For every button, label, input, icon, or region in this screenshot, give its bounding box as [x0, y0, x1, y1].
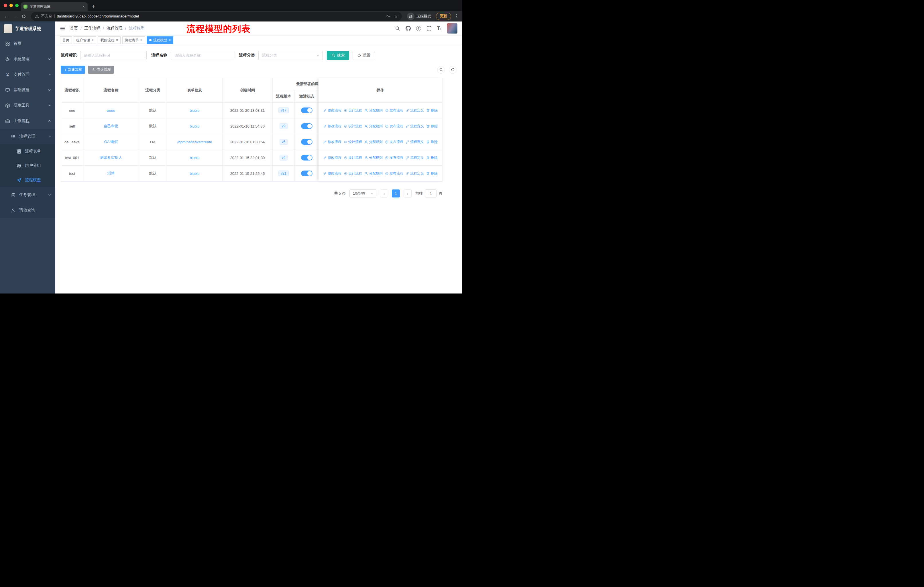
sidebar-item-infrastructure[interactable]: 基础设施: [0, 82, 55, 98]
back-button[interactable]: ←: [3, 13, 10, 20]
design-process-link[interactable]: 设计流程: [344, 108, 362, 113]
delete-link[interactable]: 删除: [426, 108, 438, 113]
process-definition-link[interactable]: 流程定义: [406, 171, 424, 176]
assign-rule-link[interactable]: 分配规则: [364, 140, 383, 144]
assign-rule-link[interactable]: 分配规则: [364, 124, 383, 129]
tag-process-model[interactable]: 流程模型×: [147, 36, 173, 44]
sidebar-item-process-model[interactable]: 流程模型: [0, 173, 55, 187]
modify-process-link[interactable]: 修改流程: [323, 155, 342, 160]
close-icon[interactable]: ×: [140, 38, 142, 42]
active-toggle[interactable]: [301, 123, 312, 129]
sidebar-item-leave-query[interactable]: 请假查询: [0, 203, 55, 218]
next-page-button[interactable]: ›: [404, 189, 412, 197]
browser-tab[interactable]: 芋道管理系统 ×: [21, 2, 87, 11]
reset-button[interactable]: 重置: [353, 51, 375, 60]
bookmark-star-icon[interactable]: ☆: [394, 14, 398, 19]
sidebar-item-task-mgmt[interactable]: 任务管理: [0, 187, 55, 203]
help-icon[interactable]: ?: [416, 26, 421, 31]
modify-process-link[interactable]: 修改流程: [323, 124, 342, 129]
process-name-link[interactable]: eeee: [107, 108, 115, 112]
assign-rule-link[interactable]: 分配规则: [364, 155, 383, 160]
process-definition-link[interactable]: 流程定义: [406, 155, 424, 160]
url-text[interactable]: dashboard.yudao.iocoder.cn/bpm/manager/m…: [57, 14, 384, 18]
process-definition-link[interactable]: 流程定义: [406, 140, 424, 144]
active-toggle[interactable]: [301, 170, 312, 176]
table-refresh-button[interactable]: [449, 66, 457, 74]
forward-button[interactable]: →: [12, 13, 19, 20]
sidebar-item-user-group[interactable]: 用户分组: [0, 159, 55, 173]
font-size-icon[interactable]: TT: [437, 26, 442, 31]
close-icon[interactable]: ×: [169, 38, 171, 42]
design-process-link[interactable]: 设计流程: [344, 171, 362, 176]
breadcrumb-item[interactable]: 工作流程: [84, 26, 100, 31]
sidebar-item-home[interactable]: 首页: [0, 36, 55, 51]
security-label[interactable]: 不安全: [41, 14, 52, 19]
tag-tenant-mgmt[interactable]: 租户管理×: [74, 36, 96, 44]
update-button[interactable]: 更新: [436, 13, 451, 20]
close-icon[interactable]: ×: [92, 38, 94, 42]
close-icon[interactable]: ×: [116, 38, 118, 42]
tag-my-process[interactable]: 我的流程×: [98, 36, 120, 44]
form-info-link[interactable]: biubiu: [190, 108, 200, 112]
prev-page-button[interactable]: ‹: [380, 189, 388, 197]
publish-process-link[interactable]: 发布流程: [385, 171, 403, 176]
form-info-link[interactable]: biubiu: [190, 155, 200, 160]
sidebar-item-process-mgmt[interactable]: 流程管理: [0, 129, 55, 144]
process-definition-link[interactable]: 流程定义: [406, 108, 424, 113]
hamburger-icon[interactable]: [60, 26, 65, 31]
delete-link[interactable]: 删除: [426, 140, 438, 144]
fullscreen-icon[interactable]: [426, 26, 432, 31]
delete-link[interactable]: 删除: [426, 171, 438, 176]
window-minimize-button[interactable]: [10, 4, 13, 7]
browser-menu-button[interactable]: ⋮: [454, 13, 459, 19]
active-toggle[interactable]: [301, 139, 312, 145]
design-process-link[interactable]: 设计流程: [344, 140, 362, 144]
process-name-link[interactable]: 测试多审批人: [100, 155, 122, 160]
create-process-button[interactable]: +新建流程: [61, 66, 85, 74]
key-icon[interactable]: [386, 14, 391, 19]
publish-process-link[interactable]: 发布流程: [385, 155, 403, 160]
reload-button[interactable]: [20, 13, 28, 20]
category-select[interactable]: 流程分类: [258, 51, 323, 60]
modify-process-link[interactable]: 修改流程: [323, 171, 342, 176]
design-process-link[interactable]: 设计流程: [344, 155, 362, 160]
publish-process-link[interactable]: 发布流程: [385, 124, 403, 129]
assign-rule-link[interactable]: 分配规则: [364, 171, 383, 176]
sidebar-item-system-mgmt[interactable]: 系统管理: [0, 51, 55, 67]
current-page[interactable]: 1: [392, 189, 400, 197]
github-icon[interactable]: [406, 26, 411, 31]
app-logo[interactable]: 芋道管理系统: [0, 21, 55, 36]
page-jump-input[interactable]: [425, 189, 437, 197]
import-process-button[interactable]: 导入流程: [88, 66, 114, 74]
window-close-button[interactable]: [4, 4, 7, 7]
modify-process-link[interactable]: 修改流程: [323, 140, 342, 144]
sidebar-item-dev-tools[interactable]: 研发工具: [0, 98, 55, 113]
window-zoom-button[interactable]: [15, 4, 19, 7]
design-process-link[interactable]: 设计流程: [344, 124, 362, 129]
process-name-input[interactable]: [171, 51, 234, 60]
search-icon[interactable]: [395, 26, 400, 31]
delete-link[interactable]: 删除: [426, 124, 438, 129]
sidebar-item-process-form[interactable]: 流程表单: [0, 144, 55, 159]
publish-process-link[interactable]: 发布流程: [385, 140, 403, 144]
process-name-link[interactable]: 自己审批: [104, 124, 119, 129]
user-avatar[interactable]: [447, 23, 457, 33]
active-toggle[interactable]: [301, 107, 312, 113]
breadcrumb-item[interactable]: 首页: [70, 26, 78, 31]
process-name-link[interactable]: OA 请假: [104, 139, 118, 144]
process-definition-link[interactable]: 流程定义: [406, 124, 424, 129]
sidebar-item-workflow[interactable]: 工作流程: [0, 113, 55, 129]
form-info-link[interactable]: biubiu: [190, 171, 200, 176]
active-toggle[interactable]: [301, 155, 312, 160]
publish-process-link[interactable]: 发布流程: [385, 108, 403, 113]
form-info-link[interactable]: /bpm/oa/leave/create: [177, 140, 212, 144]
breadcrumb-item[interactable]: 流程管理: [107, 26, 122, 31]
new-tab-button[interactable]: +: [92, 3, 95, 9]
tag-process-form[interactable]: 流程表单×: [122, 36, 145, 44]
page-size-select[interactable]: 10条/页: [350, 189, 376, 197]
process-id-input[interactable]: [80, 51, 147, 60]
process-name-link[interactable]: 滔博: [107, 171, 115, 176]
assign-rule-link[interactable]: 分配规则: [364, 108, 383, 113]
delete-link[interactable]: 删除: [426, 155, 438, 160]
tag-home[interactable]: 首页: [60, 36, 72, 44]
